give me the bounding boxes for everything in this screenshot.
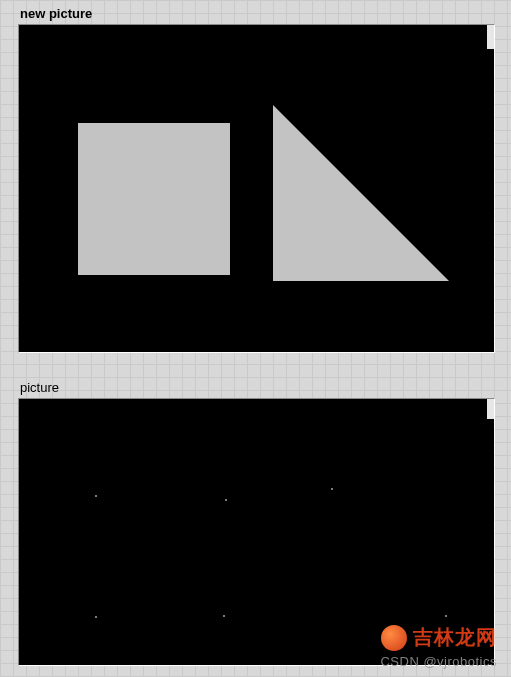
watermark-logo-icon [381,625,407,651]
watermark-site: 吉林龙网 [381,624,497,651]
scrollbar-stub-bottom[interactable] [487,399,494,419]
canvas-top[interactable] [18,24,495,353]
watermark-site-text: 吉林龙网 [413,624,497,651]
shape-square [78,123,230,275]
scrollbar-stub-top[interactable] [487,25,494,49]
corner-dot [223,615,225,617]
panel-label-bottom: picture [20,380,59,395]
panel-label-top: new picture [20,6,92,21]
corner-dot [95,616,97,618]
corner-dot [95,495,97,497]
shape-triangle [273,105,449,281]
app-background: new picture picture 吉林龙网 CSDN @vjrobotic… [0,0,511,677]
corner-dot [445,615,447,617]
corner-dot [225,499,227,501]
corner-dot [331,488,333,490]
watermark-csdn: CSDN @vjrobotics [380,654,497,669]
